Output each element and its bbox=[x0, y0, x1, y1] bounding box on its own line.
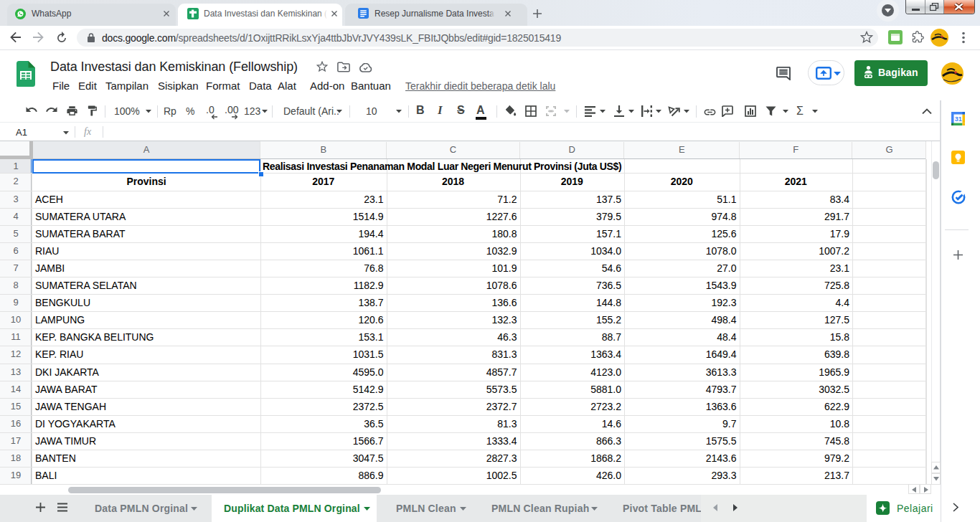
svg-text:31: 31 bbox=[955, 115, 962, 123]
